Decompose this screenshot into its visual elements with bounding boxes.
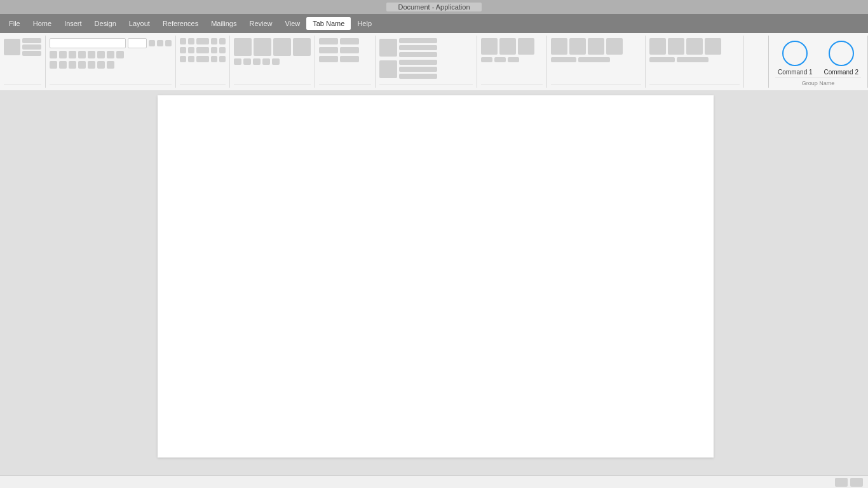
- rg2-i6[interactable]: [180, 47, 186, 53]
- rg5-big1[interactable]: [379, 39, 397, 57]
- rg0-ph2: [22, 44, 41, 50]
- rg7-big2[interactable]: [569, 38, 586, 55]
- menu-item-design[interactable]: Design: [88, 17, 123, 30]
- rg1-underline[interactable]: [69, 51, 76, 58]
- rg1-f2[interactable]: [59, 61, 67, 69]
- rg1-strikethrough[interactable]: [78, 51, 86, 58]
- rg1-row0: [50, 38, 172, 48]
- rg7-row1: [551, 57, 623, 62]
- rg5-ph1: [399, 38, 437, 43]
- view-mode-button-1[interactable]: [835, 478, 848, 487]
- rg3-big3[interactable]: [273, 38, 291, 56]
- rg1-font-selector[interactable]: [50, 38, 126, 48]
- view-mode-button-2[interactable]: [850, 478, 863, 487]
- rg7-big4[interactable]: [606, 38, 623, 55]
- rg2-i12[interactable]: [188, 56, 194, 62]
- rg8-label: [649, 85, 740, 88]
- rg2-i5[interactable]: [219, 38, 226, 44]
- menu-item-references[interactable]: References: [156, 17, 205, 30]
- rg2-i7[interactable]: [188, 47, 194, 53]
- ribbon-group-5: [376, 36, 477, 88]
- rg2-i2[interactable]: [188, 38, 194, 44]
- rg2-i9[interactable]: [211, 47, 217, 53]
- rg3-s4[interactable]: [262, 58, 270, 65]
- rg1-f4[interactable]: [78, 61, 86, 69]
- rg3-s5[interactable]: [272, 58, 280, 65]
- commands-group-label: Group Name: [775, 78, 861, 88]
- rg8-big4[interactable]: [705, 38, 721, 55]
- rg4-ph3[interactable]: [319, 47, 338, 53]
- rg5-big2[interactable]: [379, 60, 397, 78]
- rg3-s3[interactable]: [253, 58, 261, 65]
- rg6-big1[interactable]: [481, 38, 498, 55]
- menu-item-insert[interactable]: Insert: [58, 17, 88, 30]
- rg4-ph2[interactable]: [340, 38, 359, 44]
- rg7-row0: [551, 38, 623, 55]
- document-page[interactable]: [158, 95, 714, 458]
- rg7-big3[interactable]: [588, 38, 604, 55]
- rg0-icon-large[interactable]: [4, 39, 20, 55]
- rg2-i13[interactable]: [196, 56, 209, 62]
- ribbon: Command 1 Command 2 Group Name: [0, 33, 868, 90]
- rg3-s2[interactable]: [243, 58, 251, 65]
- rg0-body: [4, 38, 41, 85]
- rg1-f5[interactable]: [88, 61, 95, 69]
- menu-item-home[interactable]: Home: [27, 17, 58, 30]
- rg1-color[interactable]: [107, 51, 114, 58]
- rg1-bold[interactable]: [50, 51, 57, 58]
- rg7-big1[interactable]: [551, 38, 567, 55]
- document-canvas[interactable]: [149, 90, 722, 475]
- rg2-i15[interactable]: [219, 56, 226, 62]
- rg2-i1[interactable]: [180, 38, 186, 44]
- rg8-big3[interactable]: [686, 38, 703, 55]
- sidebar-left: [0, 90, 149, 475]
- rg4-row1: [319, 47, 359, 53]
- rg3-big2[interactable]: [254, 38, 271, 56]
- rg2-i8[interactable]: [196, 47, 209, 53]
- sidebar-right: [722, 90, 868, 475]
- rg2-i14[interactable]: [211, 56, 217, 62]
- rg2-i4[interactable]: [211, 38, 217, 44]
- rg1-row1: [50, 51, 172, 58]
- rg3-s1[interactable]: [234, 58, 241, 65]
- document-area: [0, 90, 868, 475]
- rg2-i3[interactable]: [196, 38, 209, 44]
- rg8-big2[interactable]: [668, 38, 684, 55]
- rg2-i11[interactable]: [180, 56, 186, 62]
- menu-item-layout[interactable]: Layout: [123, 17, 156, 30]
- rg5-row0: [379, 38, 437, 57]
- menu-item-tabname[interactable]: Tab Name: [306, 17, 351, 30]
- rg1-italic[interactable]: [59, 51, 67, 58]
- rg1-font-size[interactable]: [128, 38, 147, 48]
- rg5-ph5: [399, 67, 437, 72]
- rg4-ph6[interactable]: [340, 56, 359, 62]
- rg1-f3[interactable]: [69, 61, 76, 69]
- rg4-ph4[interactable]: [340, 47, 359, 53]
- rg4-ph1[interactable]: [319, 38, 338, 44]
- rg1-superscript[interactable]: [97, 51, 105, 58]
- rg2-row2: [180, 56, 226, 62]
- rg6-big2[interactable]: [499, 38, 516, 55]
- rg1-highlight[interactable]: [116, 51, 124, 58]
- menu-item-file[interactable]: File: [3, 17, 27, 30]
- menu-item-review[interactable]: Review: [243, 17, 279, 30]
- rg6-big3[interactable]: [518, 38, 534, 55]
- rg2-i10[interactable]: [219, 47, 226, 53]
- rg3-big4[interactable]: [293, 38, 311, 56]
- rg5-label: [379, 85, 473, 88]
- rg0-row1: [4, 38, 41, 56]
- rg8-big1[interactable]: [649, 38, 666, 55]
- rg1-ph2: [157, 40, 163, 46]
- menu-item-help[interactable]: Help: [351, 17, 378, 30]
- rg1-subscript[interactable]: [88, 51, 95, 58]
- rg1-f6[interactable]: [97, 61, 105, 69]
- menu-item-mailings[interactable]: Mailings: [205, 17, 243, 30]
- command2-button[interactable]: Command 2: [822, 39, 861, 77]
- rg1-f7[interactable]: [107, 61, 114, 69]
- command1-button[interactable]: Command 1: [775, 39, 815, 77]
- rg3-big1[interactable]: [234, 38, 252, 56]
- rg3-label: [234, 85, 311, 88]
- rg1-f1[interactable]: [50, 61, 57, 69]
- menu-item-view[interactable]: View: [279, 17, 307, 30]
- rg4-ph5[interactable]: [319, 56, 338, 62]
